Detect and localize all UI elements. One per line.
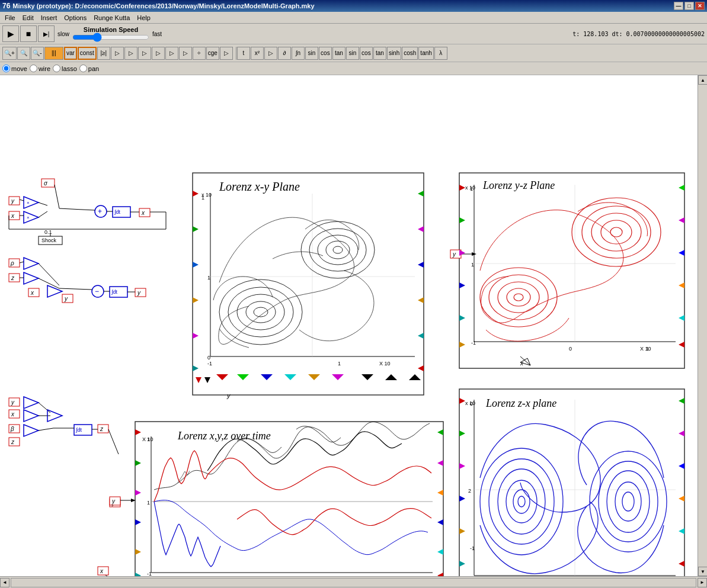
svg-text:y: y <box>11 198 15 204</box>
op-icon-7[interactable]: ▷ <box>220 47 233 60</box>
divide-icon[interactable]: ÷ <box>193 47 206 60</box>
title-bar: 76 Minsky (prototype): D:/economic/Confe… <box>0 0 707 12</box>
svg-text:x: x <box>11 411 15 417</box>
sinh-icon[interactable]: sinh <box>387 47 401 60</box>
svg-rect-35 <box>9 274 20 282</box>
svg-text:2: 2 <box>468 488 471 494</box>
svg-text:x: x <box>100 568 104 574</box>
svg-text:-1: -1 <box>207 361 212 367</box>
svg-rect-63 <box>9 438 20 446</box>
stop-button[interactable]: ■ <box>20 25 37 42</box>
op-icon-1[interactable]: ▷ <box>111 47 124 60</box>
lambda-icon[interactable]: λ <box>434 47 447 60</box>
svg-text:Lorenz x-y Plane: Lorenz x-y Plane <box>219 180 300 194</box>
svg-text:-1: -1 <box>147 571 152 576</box>
op-icon-5[interactable]: ▷ <box>165 47 178 60</box>
tan-icon[interactable]: tan <box>332 47 345 60</box>
vertical-scrollbar[interactable]: ▲ ▼ <box>698 75 707 576</box>
integral-icon[interactable]: ∫n <box>292 47 305 60</box>
var-icon[interactable]: var <box>64 47 77 60</box>
tanh-icon[interactable]: tanh <box>418 47 433 60</box>
op-icon-6[interactable]: ▷ <box>179 47 192 60</box>
svg-text:x: x <box>141 210 145 216</box>
svg-rect-47 <box>135 288 146 297</box>
op-icon-3[interactable]: ▷ <box>138 47 151 60</box>
svg-text:Lorenz z-x plane: Lorenz z-x plane <box>485 397 556 409</box>
svg-rect-3 <box>9 197 20 205</box>
op-icon-8[interactable]: ▷ <box>264 47 277 60</box>
play-button[interactable]: ▶ <box>2 25 19 42</box>
menu-file[interactable]: File <box>1 13 19 23</box>
partial-icon[interactable]: ∂ <box>278 47 291 60</box>
svg-rect-131 <box>459 173 684 368</box>
scroll-right-button[interactable]: ► <box>698 578 707 587</box>
speed-slider[interactable] <box>72 33 149 41</box>
maximize-button[interactable]: □ <box>684 2 694 10</box>
scroll-left-button[interactable]: ◄ <box>0 578 9 587</box>
acos-icon[interactable]: cos <box>360 47 373 60</box>
abs-icon[interactable]: |≥| <box>97 47 110 60</box>
asin-icon[interactable]: sin <box>346 47 359 60</box>
menu-edit[interactable]: Edit <box>19 13 37 23</box>
main-canvas[interactable]: σ y x × × + ∫dt x <box>0 75 698 576</box>
svg-text:y: y <box>11 399 15 406</box>
svg-rect-39 <box>28 288 39 297</box>
hscroll-track[interactable] <box>11 578 696 587</box>
horizontal-scrollbar: ◄ ► <box>0 576 707 588</box>
mode-toolbar: move wire lasso pan <box>0 62 707 75</box>
cosh-icon[interactable]: cosh <box>402 47 418 60</box>
op-icon-4[interactable]: ▷ <box>152 47 165 60</box>
step-button[interactable]: ▶| <box>38 25 55 42</box>
svg-text:Lorenz y-z Plane: Lorenz y-z Plane <box>482 179 555 191</box>
svg-text:1: 1 <box>471 262 474 268</box>
menu-runge-kutta[interactable]: Runge Kutta <box>90 13 133 23</box>
svg-text:1: 1 <box>338 361 341 367</box>
menu-insert[interactable]: Insert <box>37 13 61 23</box>
atan-icon[interactable]: tan <box>373 47 386 60</box>
scroll-track[interactable] <box>698 85 707 567</box>
scroll-up-button[interactable]: ▲ <box>698 75 707 85</box>
svg-text:×: × <box>27 200 30 205</box>
time-icon[interactable]: t <box>237 47 250 60</box>
sin-icon[interactable]: sin <box>305 47 318 60</box>
menu-help[interactable]: Help <box>133 13 154 23</box>
cge-icon[interactable]: cge <box>206 47 219 60</box>
svg-rect-173 <box>135 422 443 576</box>
square-icon[interactable]: x² <box>251 47 264 60</box>
canvas-area[interactable]: σ y x × × + ∫dt x <box>0 75 698 576</box>
scroll-down-button[interactable]: ▼ <box>698 567 707 576</box>
cos-icon[interactable]: cos <box>319 47 332 60</box>
svg-text:0: 0 <box>569 346 572 352</box>
minimize-button[interactable]: — <box>674 2 683 10</box>
svg-text:1: 1 <box>201 195 204 201</box>
main-area: σ y x × × + ∫dt x <box>0 75 707 576</box>
zoom-reset-icon[interactable]: 🔍 <box>17 47 30 60</box>
zoom-out-icon[interactable]: 🔍- <box>31 47 44 60</box>
svg-text:∫dt: ∫dt <box>114 209 120 215</box>
time-display: t: 128.103 dt: 0.00700000000000005002 <box>572 31 705 37</box>
svg-text:y: y <box>64 295 68 302</box>
mode-pan[interactable]: pan <box>79 65 99 72</box>
mode-move[interactable]: move <box>2 65 27 72</box>
fast-label: fast <box>152 31 162 37</box>
op-icon-2[interactable]: ▷ <box>124 47 137 60</box>
svg-text:+: + <box>98 207 102 216</box>
zoom-in-icon[interactable]: 🔍+ <box>2 47 17 60</box>
svg-text:∫dt: ∫dt <box>111 289 117 295</box>
mode-lasso[interactable]: lasso <box>53 65 77 72</box>
const-icon[interactable]: const <box>78 47 97 60</box>
mode-wire[interactable]: wire <box>30 65 50 72</box>
menu-options[interactable]: Options <box>60 13 90 23</box>
svg-rect-212 <box>459 389 684 576</box>
app-icon: 76 <box>2 2 10 10</box>
svg-rect-15 <box>139 208 150 217</box>
plot-icon[interactable]: ||| <box>44 47 63 60</box>
close-button[interactable]: ✕ <box>695 2 705 10</box>
svg-text:×: × <box>27 215 30 220</box>
svg-text:x: x <box>11 213 15 219</box>
svg-text:0.1: 0.1 <box>44 229 52 235</box>
svg-text:1: 1 <box>470 186 473 192</box>
svg-text:z: z <box>11 439 15 445</box>
svg-text:Lorenz x,y,z over time: Lorenz x,y,z over time <box>177 430 271 442</box>
svg-rect-70 <box>98 425 108 433</box>
